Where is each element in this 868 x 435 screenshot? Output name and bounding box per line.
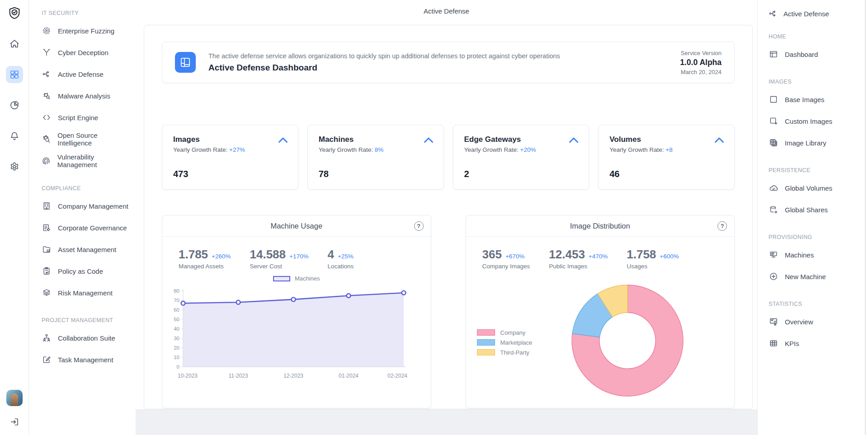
legend-label: Third-Party	[500, 349, 529, 356]
main-column: Active Defense The active defense	[136, 0, 757, 435]
image-distribution-donut-chart	[571, 284, 684, 397]
context-item-global-volumes[interactable]: Global Volumes	[769, 177, 868, 199]
sidebar-item-label: Policy as Code	[58, 267, 103, 275]
chevron-up-icon[interactable]	[424, 137, 434, 145]
sidebar-item-collaboration-suite[interactable]: Collaboration Suite	[42, 327, 131, 349]
sidebar-item-label: Risk Management	[58, 289, 113, 297]
sidebar-item-policy-as-code[interactable]: Policy as Code	[42, 260, 131, 282]
svg-text:30: 30	[174, 336, 179, 341]
stat-card-value: 78	[319, 169, 433, 179]
square-plus-icon	[769, 117, 778, 126]
svg-text:60: 60	[174, 307, 179, 313]
context-item-label: Custom Images	[785, 117, 832, 125]
legend-item-company: Company	[477, 327, 533, 337]
chart-stat-delta: +470%	[589, 253, 608, 260]
apps-grid-icon	[9, 70, 19, 80]
context-item-new-machine[interactable]: New Machine	[769, 266, 868, 287]
sidebar-item-script-engine[interactable]: Script Engine	[42, 107, 131, 128]
scrollbar-track[interactable]	[865, 0, 866, 435]
chevron-up-icon[interactable]	[569, 137, 579, 145]
sidebar-item-asset-management[interactable]: Asset Management	[42, 239, 131, 260]
context-item-custom-images[interactable]: Custom Images	[769, 110, 868, 132]
layers-eye-icon	[42, 288, 52, 297]
service-version-block: Service Version 1.0.0 Alpha March 20, 20…	[680, 50, 722, 75]
stat-card-value: 473	[173, 169, 287, 179]
sidebar-item-label: Enterprise Fuzzing	[58, 27, 114, 35]
context-item-base-images[interactable]: Base Images	[769, 89, 868, 110]
context-section-header-provisioning: PROVISIONING	[769, 231, 868, 243]
chart-stat-delta: +260%	[212, 253, 231, 260]
gear-icon	[9, 162, 19, 172]
chart-stat-company-images: 365+670%Company Images	[482, 248, 530, 270]
building-icon	[42, 201, 52, 210]
legend-label: Marketplace	[500, 339, 533, 346]
sidebar-item-task-management[interactable]: Task Management	[42, 349, 131, 370]
org-chart-icon	[42, 333, 52, 342]
sidebar-item-open-source-intelligence[interactable]: Open Source Intelligence	[42, 128, 131, 150]
context-item-kpis[interactable]: KPIs	[769, 332, 868, 354]
context-item-label: Overview	[785, 318, 813, 326]
rail-button-reports[interactable]	[6, 97, 23, 114]
icon-rail-buttons	[6, 5, 23, 189]
svg-text:40: 40	[174, 326, 179, 332]
legend-item-third-party: Third-Party	[477, 347, 533, 357]
context-item-global-shares[interactable]: Global Shares	[769, 199, 868, 220]
chart-stat-public-images: 12.453+470%Public Images	[549, 248, 608, 270]
network-search-icon	[42, 135, 51, 144]
logout-button[interactable]	[6, 413, 23, 430]
browser-window-icon	[769, 50, 778, 59]
sidebar-item-malware-analysis[interactable]: Malware Analysis	[42, 85, 131, 107]
rail-button-settings[interactable]	[6, 158, 23, 175]
user-avatar[interactable]	[6, 390, 23, 406]
image-distribution-title: Image Distribution	[570, 222, 630, 230]
machine-usage-title: Machine Usage	[270, 222, 322, 230]
chart-stat-delta: +670%	[505, 253, 524, 260]
dashboard-panel: The active defense service allows organi…	[144, 25, 753, 409]
charts-row: Machine Usage ? 1.785+260%Managed Assets…	[162, 215, 735, 408]
sidebar-item-active-defense[interactable]: Active Defense	[42, 63, 131, 85]
sidebar-item-label: Script Engine	[58, 114, 98, 122]
chevron-up-icon[interactable]	[714, 137, 724, 145]
sidebar-item-company-management[interactable]: Company Management	[42, 195, 131, 217]
sidebar-item-risk-management[interactable]: Risk Management	[42, 282, 131, 304]
chart-stat-label: Company Images	[482, 263, 530, 270]
sidebar-item-label: Cyber Deception	[58, 49, 108, 56]
context-item-overview[interactable]: Overview	[769, 311, 868, 332]
section-header-compliance: COMPLIANCE	[42, 182, 131, 194]
context-section-header-statistics: STATISTICS	[769, 298, 868, 310]
edit-square-icon	[42, 355, 52, 364]
service-version-label: Service Version	[680, 50, 722, 56]
sidebar-item-cyber-deception[interactable]: Cyber Deception	[42, 42, 131, 63]
chart-stat-label: Public Images	[549, 263, 608, 270]
svg-text:20: 20	[174, 345, 179, 351]
service-version-value: 1.0.0 Alpha	[680, 58, 722, 67]
chevron-up-icon[interactable]	[278, 137, 288, 145]
rail-button-notifications[interactable]	[6, 127, 23, 145]
context-section-header-home: HOME	[769, 31, 868, 42]
machine-usage-line-chart: 0102030405060708010-202311-202312-202301…	[163, 285, 425, 388]
service-banner: The active defense service allows organi…	[162, 42, 735, 83]
sidebar-item-enterprise-fuzzing[interactable]: Enterprise Fuzzing	[42, 20, 131, 42]
context-section-header-images: IMAGES	[769, 76, 868, 88]
stat-card-growth-rate: Yearly Growth Rate: +27%	[173, 146, 287, 153]
page-title: Active Defense	[424, 7, 469, 15]
question-circle-icon[interactable]: ?	[717, 221, 727, 231]
context-item-image-library[interactable]: Image Library	[769, 132, 868, 154]
context-item-dashboard[interactable]: Dashboard	[769, 43, 868, 65]
fingerprint-icon	[42, 156, 51, 165]
legend-label: Company	[500, 329, 526, 336]
sidebar-item-label: Corporate Governance	[58, 224, 127, 232]
chart-stat-label: Usages	[627, 263, 679, 270]
rail-button-apps[interactable]	[6, 66, 23, 83]
rail-button-home[interactable]	[6, 35, 23, 52]
machines-legend-label: Machines	[295, 275, 320, 282]
sidebar-item-label: Malware Analysis	[58, 92, 110, 100]
question-circle-icon[interactable]: ?	[414, 221, 424, 231]
sidebar-item-corporate-governance[interactable]: Corporate Governance	[42, 217, 131, 239]
stat-card-growth-rate: Yearly Growth Rate: +20%	[464, 146, 578, 153]
section-header-project-management: PROJECT MANAGEMENT	[42, 314, 131, 326]
presentation-icon	[769, 317, 778, 326]
context-item-machines[interactable]: Machines	[769, 244, 868, 266]
sidebar-item-vulnerability-management[interactable]: Vulnerability Management	[42, 150, 131, 172]
sidebar-item-label: Company Management	[58, 202, 128, 210]
